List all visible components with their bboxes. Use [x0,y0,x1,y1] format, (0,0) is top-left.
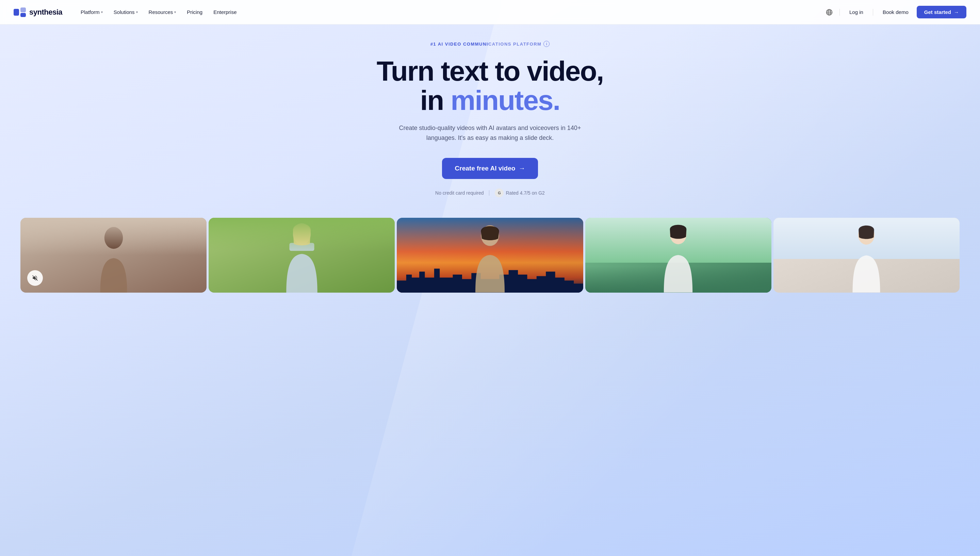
logo-icon [14,8,26,17]
chevron-down-icon: ▾ [101,10,103,14]
mute-button[interactable] [27,270,43,286]
book-demo-link[interactable]: Book demo [877,6,914,18]
nav-enterprise[interactable]: Enterprise [208,6,241,18]
svg-rect-1 [20,8,26,12]
get-started-button[interactable]: Get started → [917,6,966,18]
no-credit-card-text: No credit card required [435,190,484,196]
navbar: synthesia Platform ▾ Solutions ▾ Resourc… [0,0,980,24]
logo-text: synthesia [29,8,62,17]
trust-divider [489,190,489,196]
g2-rating-text: Rated 4.7/5 on G2 [506,190,544,196]
arrow-right-icon: → [518,165,525,172]
svg-rect-2 [20,13,26,17]
hero-subtext: Create studio-quality videos with AI ava… [395,123,585,143]
video-card-3 [397,218,583,293]
nav-resources[interactable]: Resources ▾ [144,6,181,18]
g2-icon: G [495,189,504,197]
arrow-right-icon: → [954,9,959,15]
info-icon[interactable]: i [543,41,549,47]
chevron-down-icon: ▾ [136,10,138,14]
nav-divider [840,9,840,16]
hero-badge: #1 AI VIDEO COMMUNICATIONS PLATFORM i [431,41,550,47]
hero-heading: Turn text to video, in minutes. [377,57,604,115]
nav-solutions[interactable]: Solutions ▾ [109,6,142,18]
hero-trust: No credit card required G Rated 4.7/5 on… [435,189,545,197]
heading-line1: Turn text to video, [377,55,604,86]
login-link[interactable]: Log in [844,6,869,18]
g2-badge: G Rated 4.7/5 on G2 [495,189,544,197]
svg-rect-0 [14,9,19,16]
logo[interactable]: synthesia [14,8,62,17]
hero-section: #1 AI VIDEO COMMUNICATIONS PLATFORM i Tu… [0,0,980,556]
nav-pricing[interactable]: Pricing [182,6,207,18]
hero-cta-button[interactable]: Create free AI video → [442,158,538,179]
video-card-4 [585,218,772,293]
chevron-down-icon: ▾ [174,10,176,14]
video-card-1 [20,218,207,293]
nav-links: Platform ▾ Solutions ▾ Resources ▾ Prici… [76,6,823,18]
nav-platform[interactable]: Platform ▾ [76,6,108,18]
video-strip [0,218,980,293]
nav-right: Log in Book demo Get started → [823,6,966,18]
nav-divider-2 [873,9,873,16]
badge-text: #1 AI VIDEO COMMUNICATIONS PLATFORM [431,42,542,47]
video-card-2 [208,218,395,293]
heading-highlight: minutes. [450,85,560,116]
heading-line2-prefix: in [420,85,451,116]
globe-icon[interactable] [823,6,835,18]
video-card-5 [773,218,960,293]
